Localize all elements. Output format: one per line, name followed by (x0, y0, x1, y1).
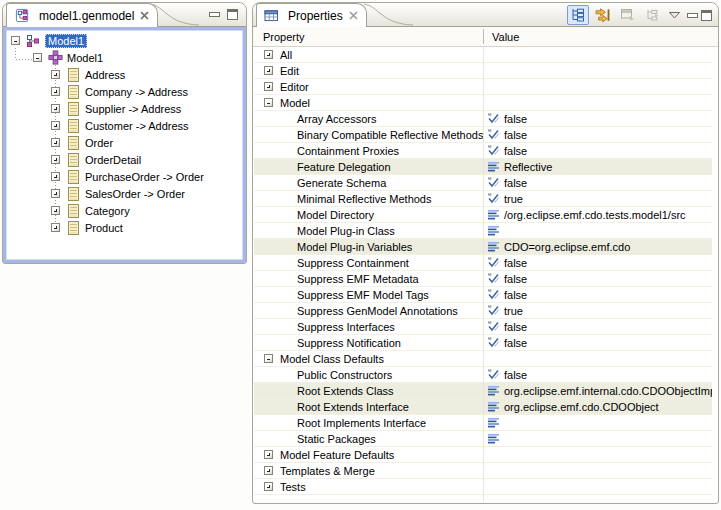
property-name-cell: Model (254, 95, 483, 110)
expand-toggle-icon[interactable] (51, 104, 60, 113)
text-value-icon (487, 161, 500, 172)
editor-tab-model1-genmodel[interactable]: model1.genmodel (6, 3, 158, 27)
pin-property-view-button[interactable] (642, 5, 664, 25)
expand-toggle-icon[interactable] (51, 70, 60, 79)
property-name-cell: Containment Proxies (254, 143, 483, 158)
minimize-icon[interactable] (687, 13, 698, 18)
property-value-cell: false (483, 111, 712, 126)
expand-toggle-icon[interactable] (264, 82, 273, 91)
editor-tabbar: model1.genmodel (3, 3, 246, 27)
collapse-toggle-icon[interactable] (11, 36, 20, 45)
properties-table-icon (264, 9, 279, 22)
property-value: org.eclipse.emf.internal.cdo.CDOObjectIm… (504, 385, 712, 397)
collapse-toggle-icon[interactable] (264, 98, 273, 107)
boolean-value-icon (487, 129, 500, 140)
expand-toggle-icon[interactable] (264, 450, 273, 459)
property-value-cell: false (483, 319, 712, 334)
tree-item-label: Customer -> Address (85, 120, 189, 132)
expand-toggle-icon[interactable] (264, 482, 273, 491)
maximize-icon[interactable] (227, 9, 238, 20)
properties-tab[interactable]: Properties (256, 3, 367, 27)
property-value-cell (483, 95, 712, 110)
property-value-cell: org.eclipse.emf.cdo.CDOObject (483, 399, 712, 414)
tree-item[interactable]: Product (6, 219, 243, 236)
property-label: Suppress Notification (297, 337, 401, 349)
eclass-icon (65, 67, 81, 83)
boolean-value-icon (487, 289, 500, 300)
property-label: Root Extends Interface (297, 401, 409, 413)
maximize-icon[interactable] (701, 10, 712, 21)
expand-toggle-icon[interactable] (51, 223, 60, 232)
eclass-icon (65, 84, 81, 100)
tree-item-root[interactable]: Model1 (6, 32, 243, 49)
view-menu-icon[interactable] (669, 12, 680, 19)
tree-item-label: OrderDetail (85, 154, 141, 166)
boolean-value-icon (487, 369, 500, 380)
property-label: Minimal Reflective Methods (297, 193, 432, 205)
property-label: Suppress Interfaces (297, 321, 395, 333)
tree-item[interactable]: Company -> Address (6, 83, 243, 100)
property-label: Templates & Merge (280, 465, 375, 477)
expand-toggle-icon[interactable] (264, 466, 273, 475)
tree-item[interactable]: PurchaseOrder -> Order (6, 168, 243, 185)
column-header-property[interactable]: Property (253, 31, 305, 43)
property-name-cell: Templates & Merge (254, 463, 483, 478)
property-value: false (504, 337, 527, 349)
restore-default-value-button[interactable] (617, 5, 639, 25)
expand-toggle-icon[interactable] (264, 50, 273, 59)
expand-toggle-icon[interactable] (51, 121, 60, 130)
boolean-value-icon (487, 321, 500, 332)
expand-toggle-icon[interactable] (51, 189, 60, 198)
minimize-icon[interactable] (209, 12, 220, 17)
property-value: CDO=org.eclipse.emf.cdo (504, 241, 630, 253)
collapse-toggle-icon[interactable] (33, 53, 42, 62)
column-divider[interactable] (483, 29, 484, 44)
tree-item[interactable]: Order (6, 134, 243, 151)
property-name-cell: Generate Schema (254, 175, 483, 190)
property-label: Suppress EMF Model Tags (297, 289, 429, 301)
property-label: Public Constructors (297, 369, 392, 381)
eclipse-workbench: model1.genmodel (0, 0, 721, 510)
tree-item[interactable]: Category (6, 202, 243, 219)
property-name-cell: Root Extends Interface (254, 399, 483, 414)
tree-item[interactable]: SalesOrder -> Order (6, 185, 243, 202)
property-value: /org.eclipse.emf.cdo.tests.model1/src (504, 209, 686, 221)
expand-toggle-icon[interactable] (51, 206, 60, 215)
eclass-icon (65, 101, 81, 117)
tab-curve (363, 3, 415, 27)
property-value: true (504, 305, 523, 317)
tree-item-label: Model1 (67, 52, 103, 64)
property-label: Suppress Containment (297, 257, 409, 269)
boolean-value-icon (487, 113, 500, 124)
expand-toggle-icon[interactable] (51, 87, 60, 96)
property-name-cell: Suppress EMF Model Tags (254, 287, 483, 302)
expand-toggle-icon[interactable] (51, 138, 60, 147)
property-value: false (504, 321, 527, 333)
property-value: false (504, 289, 527, 301)
property-value-cell (483, 431, 712, 446)
property-name-cell: Root Extends Class (254, 383, 483, 398)
properties-toolbar (567, 5, 712, 25)
column-header-value[interactable]: Value (492, 31, 519, 43)
eclass-icon (65, 203, 81, 219)
tree-item[interactable]: Address (6, 66, 243, 83)
expand-toggle-icon[interactable] (51, 172, 60, 181)
tree-item[interactable]: OrderDetail (6, 151, 243, 168)
close-icon[interactable] (349, 9, 358, 23)
eclass-icon (65, 169, 81, 185)
boolean-value-icon (487, 337, 500, 348)
collapse-toggle-icon[interactable] (264, 354, 273, 363)
expand-toggle-icon[interactable] (51, 155, 60, 164)
property-value-cell: org.eclipse.emf.internal.cdo.CDOObjectIm… (483, 383, 712, 398)
show-categories-button[interactable] (567, 5, 589, 25)
show-advanced-properties-button[interactable] (592, 5, 614, 25)
expand-toggle-icon[interactable] (264, 66, 273, 75)
epackage-icon (47, 50, 63, 66)
close-icon[interactable] (140, 9, 149, 23)
property-label: Feature Delegation (297, 161, 391, 173)
tree-item[interactable]: Customer -> Address (6, 117, 243, 134)
property-value-cell: false (483, 335, 712, 350)
property-label: Model Plug-in Class (297, 225, 395, 237)
tree-item-package[interactable]: Model1 (6, 49, 243, 66)
tree-item[interactable]: Supplier -> Address (6, 100, 243, 117)
